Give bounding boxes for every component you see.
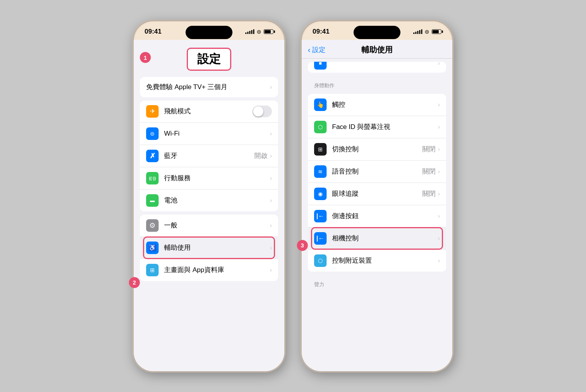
signal-icon-left bbox=[245, 29, 254, 34]
right-screen: ‹ 設定 輔助使用 ■ › 身體動作 bbox=[302, 40, 452, 371]
voice-icon: ≋ bbox=[314, 165, 327, 178]
section-body-label: 身體動作 bbox=[302, 76, 452, 91]
promo-row[interactable]: 免費體驗 Apple TV+ 三個月 › bbox=[140, 77, 278, 97]
time-left: 09:41 bbox=[145, 28, 161, 36]
wifi-icon: ⊜ bbox=[146, 127, 159, 140]
time-right: 09:41 bbox=[313, 28, 329, 36]
settings-title-box: 設定 bbox=[187, 48, 231, 71]
signal-icon-right bbox=[413, 29, 422, 34]
accessibility-chevron: › bbox=[270, 244, 272, 251]
left-screen: 1 設定 免費體驗 Apple TV+ 三個月 › bbox=[134, 40, 284, 371]
right-nav-bar: ‹ 設定 輔助使用 bbox=[302, 40, 452, 59]
back-arrow-icon: ‹ bbox=[308, 45, 311, 54]
right-page-title: 輔助使用 bbox=[361, 45, 393, 55]
right-screen-content: ■ › 身體動作 👆 觸控 › bbox=[302, 59, 452, 371]
bluetooth-label: 藍牙 bbox=[164, 151, 254, 160]
wifi-status-icon: ⊜ bbox=[257, 29, 261, 35]
switch-value: 關閉 bbox=[422, 145, 436, 154]
promo-section: 免費體驗 Apple TV+ 三個月 › bbox=[140, 77, 278, 97]
row-faceid[interactable]: ⬡ Face ID 與螢幕注視 › bbox=[308, 116, 446, 138]
side-btn-label: 側邊按鈕 bbox=[332, 211, 438, 220]
bluetooth-chevron: › bbox=[270, 152, 272, 159]
row-camera-ctrl[interactable]: |← 相機控制 › bbox=[308, 227, 446, 250]
airplane-toggle[interactable] bbox=[252, 106, 272, 117]
battery-chevron: › bbox=[270, 197, 272, 204]
homescreen-icon: ⊞ bbox=[146, 264, 159, 276]
row-eye[interactable]: ◉ 眼球追蹤 關閉 › bbox=[308, 183, 446, 205]
row-accessibility[interactable]: ♿ 輔助使用 › bbox=[140, 237, 278, 259]
row-nearby[interactable]: ⬡ 控制附近裝置 › bbox=[308, 250, 446, 272]
faceid-label: Face ID 與螢幕注視 bbox=[332, 122, 438, 131]
general-label: 一般 bbox=[164, 221, 270, 230]
row-general[interactable]: ⚙ 一般 › bbox=[140, 215, 278, 237]
wifi-status-icon-r: ⊜ bbox=[425, 29, 429, 35]
row-bluetooth[interactable]: ✗ 藍牙 開啟 › bbox=[140, 145, 278, 167]
airplane-icon: ✈ bbox=[146, 105, 159, 118]
touch-label: 觸控 bbox=[332, 100, 438, 109]
nearby-icon: ⬡ bbox=[314, 254, 327, 267]
step3-badge: 3 bbox=[297, 240, 308, 251]
voice-chevron: › bbox=[438, 168, 440, 175]
step1-badge: 1 bbox=[140, 52, 151, 63]
cellular-label: 行動服務 bbox=[164, 174, 270, 183]
cellular-icon: ((·)) bbox=[146, 172, 159, 184]
promo-label: 免費體驗 Apple TV+ 三個月 bbox=[146, 82, 270, 91]
left-phone: 09:41 ⊜ 1 bbox=[133, 20, 285, 372]
back-button[interactable]: ‹ 設定 bbox=[308, 45, 325, 54]
right-phone: 09:41 ⊜ ‹ 設定 bbox=[301, 20, 453, 372]
dynamic-island-left bbox=[186, 26, 232, 39]
back-label: 設定 bbox=[312, 45, 325, 54]
accessibility-label: 輔助使用 bbox=[164, 243, 270, 252]
voice-label: 語音控制 bbox=[332, 167, 422, 176]
battery-icon-row: ▬ bbox=[146, 194, 159, 207]
switch-label: 切換控制 bbox=[332, 145, 422, 154]
row-voice[interactable]: ≋ 語音控制 關閉 › bbox=[308, 161, 446, 183]
general-chevron: › bbox=[270, 222, 272, 229]
faceid-chevron: › bbox=[438, 124, 440, 131]
touch-chevron: › bbox=[438, 101, 440, 108]
top-partial-section: ■ › bbox=[308, 62, 446, 73]
homescreen-label: 主畫面與 App資料庫 bbox=[164, 265, 270, 274]
row-homescreen[interactable]: ⊞ 主畫面與 App資料庫 › bbox=[140, 259, 278, 281]
left-page-title: 設定 bbox=[197, 52, 221, 65]
switch-icon: ⊞ bbox=[314, 143, 327, 156]
general-icon: ⚙ bbox=[146, 219, 159, 232]
left-phone-container: 09:41 ⊜ 1 bbox=[133, 20, 285, 372]
airplane-label: 飛航模式 bbox=[164, 107, 252, 116]
left-title-area: 1 設定 bbox=[134, 41, 284, 74]
step2-badge: 2 bbox=[129, 277, 140, 288]
row-cellular[interactable]: ((·)) 行動服務 › bbox=[140, 167, 278, 190]
voice-value: 關閉 bbox=[422, 167, 436, 176]
row-side-btn[interactable]: |← 側邊按鈕 › bbox=[308, 205, 446, 227]
camera-ctrl-label: 相機控制 bbox=[332, 234, 438, 243]
side-btn-icon: |← bbox=[314, 210, 327, 222]
status-icons-left: ⊜ bbox=[245, 29, 273, 35]
promo-chevron: › bbox=[270, 84, 272, 91]
eye-icon: ◉ bbox=[314, 188, 327, 200]
faceid-icon: ⬡ bbox=[314, 121, 327, 133]
section1: ✈ 飛航模式 ⊜ Wi-Fi › ✗ 藍牙 開啟 bbox=[140, 100, 278, 211]
eye-value: 關閉 bbox=[422, 189, 436, 198]
wifi-label: Wi-Fi bbox=[164, 130, 270, 138]
right-phone-container: 09:41 ⊜ ‹ 設定 bbox=[301, 20, 453, 372]
section2: ⚙ 一般 › ♿ 輔助使用 › ⊞ 主畫面與 App資料庫 bbox=[140, 215, 278, 281]
row-touch[interactable]: 👆 觸控 › bbox=[308, 94, 446, 116]
row-wifi[interactable]: ⊜ Wi-Fi › bbox=[140, 123, 278, 145]
nearby-chevron: › bbox=[438, 257, 440, 264]
row-airplane[interactable]: ✈ 飛航模式 bbox=[140, 100, 278, 123]
battery-status-icon bbox=[264, 29, 273, 34]
bluetooth-icon: ✗ bbox=[146, 150, 159, 162]
bluetooth-value: 開啟 bbox=[254, 151, 268, 160]
row-battery[interactable]: ▬ 電池 › bbox=[140, 190, 278, 211]
cellular-chevron: › bbox=[270, 175, 272, 182]
touch-icon: 👆 bbox=[314, 98, 327, 111]
homescreen-chevron: › bbox=[270, 267, 272, 274]
eye-chevron: › bbox=[438, 190, 440, 197]
switch-chevron: › bbox=[438, 146, 440, 153]
partial-row: ■ › bbox=[308, 62, 446, 73]
row-switch[interactable]: ⊞ 切換控制 關閉 › bbox=[308, 138, 446, 161]
camera-ctrl-icon: |← bbox=[314, 232, 327, 245]
side-btn-chevron: › bbox=[438, 213, 440, 220]
section-hearing-label: 聲力 bbox=[302, 275, 452, 290]
left-screen-content: 免費體驗 Apple TV+ 三個月 › ✈ 飛航模式 ⊜ Wi- bbox=[134, 74, 284, 371]
